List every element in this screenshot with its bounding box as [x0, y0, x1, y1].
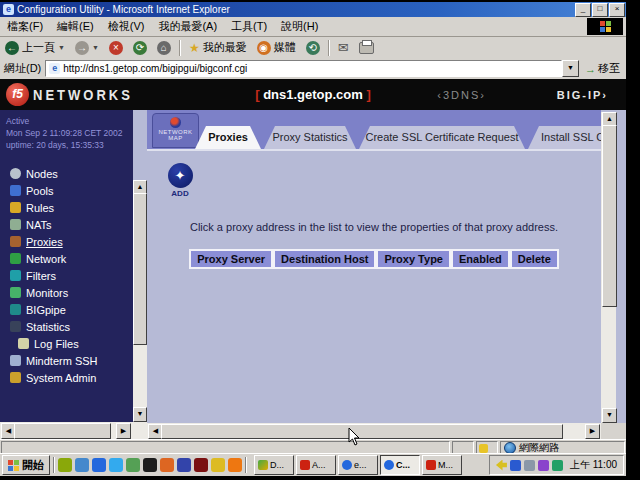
- tray-icon-3[interactable]: [524, 460, 535, 471]
- scroll-down-icon[interactable]: ▼: [133, 407, 147, 422]
- device-hostname: [ dns1.getop.com ]: [0, 87, 626, 102]
- tab-proxies[interactable]: Proxies: [195, 126, 261, 149]
- forward-button[interactable]: → ▼: [70, 38, 104, 57]
- media-button[interactable]: ◉ 媒體: [252, 38, 301, 57]
- favorites-button[interactable]: ★ 我的最愛: [184, 38, 252, 57]
- menu-tools[interactable]: 工具(T): [224, 19, 274, 34]
- sidebar-item-log-files[interactable]: Log Files: [0, 335, 133, 352]
- scroll-right-icon[interactable]: ▶: [116, 423, 131, 439]
- address-input[interactable]: e http://dns1.getop.com/bigipgui/bigconf…: [45, 60, 562, 77]
- column-proxy-type[interactable]: Proxy Type: [376, 249, 451, 269]
- quick-launch-icon-3[interactable]: [92, 458, 106, 472]
- menu-file[interactable]: 檔案(F): [0, 19, 50, 34]
- task-button-3[interactable]: e...: [338, 455, 378, 475]
- add-icon[interactable]: ✦: [168, 163, 193, 188]
- sidebar-vertical-scrollbar[interactable]: ▲ ▼: [133, 180, 147, 422]
- tray-icon-5[interactable]: [552, 460, 563, 471]
- quick-launch-icon-2[interactable]: [75, 458, 89, 472]
- quick-launch-icon-9[interactable]: [194, 458, 208, 472]
- taskbar: 開始 D... A... e... C... M...: [0, 453, 626, 476]
- scroll-right-icon[interactable]: ▶: [585, 424, 600, 439]
- task-button-1[interactable]: D...: [254, 455, 294, 475]
- sidebar-item-rules[interactable]: Rules: [0, 199, 133, 216]
- forward-dropdown-icon[interactable]: ▼: [92, 44, 99, 51]
- quick-launch-icon-6[interactable]: [143, 458, 157, 472]
- sidebar-item-nats[interactable]: NATs: [0, 216, 133, 233]
- tab-proxy-statistics[interactable]: Proxy Statistics: [264, 126, 356, 149]
- print-button[interactable]: [354, 38, 379, 57]
- task-button-2[interactable]: A...: [296, 455, 336, 475]
- quick-launch-icon-4[interactable]: [109, 458, 123, 472]
- sidebar-item-pools[interactable]: Pools: [0, 182, 133, 199]
- tray-icon-1[interactable]: [496, 460, 507, 471]
- print-icon: [359, 42, 374, 54]
- task-button-5[interactable]: M...: [422, 455, 462, 475]
- forward-icon: →: [75, 41, 89, 55]
- quick-launch-icon-7[interactable]: [160, 458, 174, 472]
- start-button[interactable]: 開始: [2, 455, 50, 475]
- menu-edit[interactable]: 編輯(E): [50, 19, 101, 34]
- quick-launch-icon-1[interactable]: [58, 458, 72, 472]
- back-icon: ←: [5, 41, 19, 55]
- tray-icon-4[interactable]: [538, 460, 549, 471]
- network-map-button[interactable]: NETWORK MAP: [152, 113, 199, 148]
- scrollbar-thumb[interactable]: [133, 193, 147, 345]
- instruction-text: Click a proxy address in the list to vie…: [147, 221, 601, 233]
- quick-launch-icon-10[interactable]: [211, 458, 225, 472]
- tab-create-ssl-certificate-request[interactable]: Create SSL Certificate Request: [359, 126, 525, 149]
- desktop: e Configuration Utility - Microsoft Inte…: [0, 0, 640, 480]
- scrollbar-thumb[interactable]: [161, 424, 563, 439]
- back-button[interactable]: ← 上一頁 ▼: [0, 38, 70, 57]
- mouse-cursor: [348, 428, 360, 446]
- tab-install-ssl-certificate[interactable]: Install SSL Certifi: [528, 126, 601, 149]
- scrollbar-thumb[interactable]: [602, 125, 617, 307]
- main-vertical-scrollbar[interactable]: ▲ ▼: [601, 112, 616, 423]
- quick-launch-icon-5[interactable]: [126, 458, 140, 472]
- maximize-button[interactable]: □: [592, 3, 608, 17]
- address-bar: 網址(D) e http://dns1.getop.com/bigipgui/b…: [0, 58, 626, 80]
- sidebar-item-network[interactable]: Network: [0, 250, 133, 267]
- quick-launch-icon-8[interactable]: [177, 458, 191, 472]
- add-proxy-control[interactable]: ✦ ADD: [165, 163, 195, 198]
- stop-button[interactable]: ×: [104, 38, 128, 57]
- go-button[interactable]: → 移至: [579, 61, 626, 76]
- title-bar[interactable]: e Configuration Utility - Microsoft Inte…: [0, 2, 626, 17]
- back-dropdown-icon[interactable]: ▼: [58, 44, 65, 51]
- sidebar-item-nodes[interactable]: Nodes: [0, 165, 133, 182]
- scrollbar-corner: [601, 423, 626, 439]
- sidebar-item-system-admin[interactable]: System Admin: [0, 369, 133, 386]
- close-button[interactable]: ×: [609, 3, 625, 17]
- tray-icon-2[interactable]: [510, 460, 521, 471]
- sidebar-item-mindterm-ssh[interactable]: Mindterm SSH: [0, 352, 133, 369]
- quick-launch-icon-11[interactable]: [228, 458, 242, 472]
- scroll-down-icon[interactable]: ▼: [602, 408, 617, 423]
- column-delete[interactable]: Delete: [510, 249, 559, 269]
- sidebar-item-filters[interactable]: Filters: [0, 267, 133, 284]
- menu-help[interactable]: 說明(H): [274, 19, 325, 34]
- sidebar-horizontal-scrollbar[interactable]: ◀ ▶: [0, 422, 147, 439]
- app-icon: [342, 460, 352, 470]
- main-frame: NETWORK MAP Proxies Proxy Statistics Cre…: [147, 110, 601, 439]
- refresh-button[interactable]: ⟳: [128, 38, 152, 57]
- column-proxy-server[interactable]: Proxy Server: [189, 249, 273, 269]
- home-icon: ⌂: [157, 41, 171, 55]
- device-status: Active: [6, 115, 133, 127]
- history-button[interactable]: ⟲: [301, 38, 325, 57]
- minimize-button[interactable]: _: [575, 3, 591, 17]
- address-dropdown-icon[interactable]: ▼: [562, 60, 579, 77]
- app-icon: [426, 460, 436, 470]
- column-destination-host[interactable]: Destination Host: [273, 249, 376, 269]
- task-button-configuration-utility[interactable]: C...: [380, 455, 420, 475]
- mail-button[interactable]: ✉: [333, 38, 354, 57]
- menu-favorites[interactable]: 我的最愛(A): [151, 19, 224, 34]
- go-arrow-icon: →: [585, 63, 596, 75]
- home-button[interactable]: ⌂: [152, 38, 176, 57]
- sidebar-item-monitors[interactable]: Monitors: [0, 284, 133, 301]
- scrollbar-thumb[interactable]: [14, 423, 111, 439]
- sidebar-item-bigpipe[interactable]: BIGpipe: [0, 301, 133, 318]
- sidebar-item-statistics[interactable]: Statistics: [0, 318, 133, 335]
- column-enabled[interactable]: Enabled: [451, 249, 510, 269]
- menu-view[interactable]: 檢視(V): [101, 19, 152, 34]
- main-horizontal-scrollbar[interactable]: ◀ ▶: [147, 423, 601, 439]
- sidebar-item-proxies[interactable]: Proxies: [0, 233, 133, 250]
